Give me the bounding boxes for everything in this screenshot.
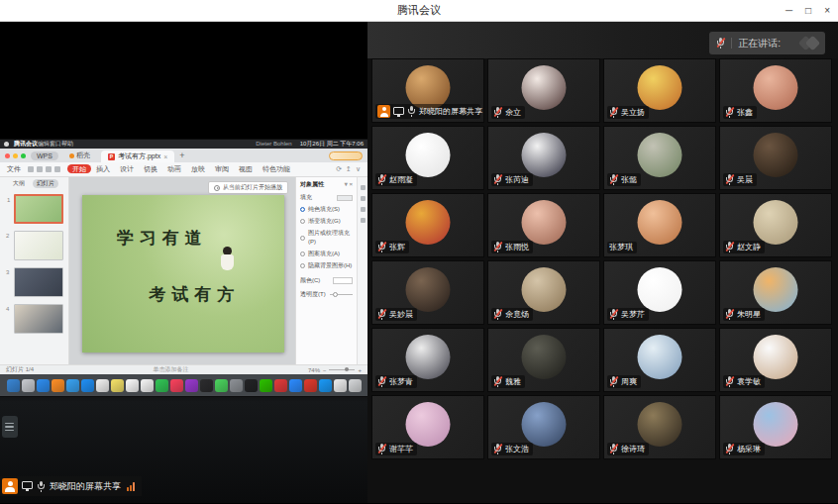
zoom-out-icon[interactable]: − <box>323 367 327 373</box>
dock-icon-app-store[interactable] <box>37 379 50 392</box>
slide-thumbnail-3[interactable]: 3 <box>14 267 63 297</box>
participant-tile[interactable]: 赵雨凝 <box>371 126 484 190</box>
dock-icon-finder[interactable] <box>7 379 20 392</box>
ribbon-tab-5[interactable]: 放映 <box>186 164 210 173</box>
fill-option-3[interactable]: 图案填充(A) <box>300 250 353 258</box>
participant-tile[interactable]: 赵文静 <box>719 193 832 257</box>
dock-icon-wps[interactable] <box>304 379 317 392</box>
dock-icon-qq[interactable] <box>274 379 287 392</box>
participant-tile[interactable]: 袁学敏 <box>719 328 832 392</box>
dock-icon-firefox[interactable] <box>52 379 64 392</box>
participant-tile[interactable]: 张梦琪 <box>603 193 716 257</box>
document-tab[interactable]: P 考试有方.pptx × <box>101 151 174 162</box>
participant-tile[interactable]: 吴梦芹 <box>603 260 716 325</box>
ribbon-tab-1[interactable]: 插入 <box>91 164 115 173</box>
dock-icon-settings[interactable] <box>230 379 243 392</box>
ribbon-tab-6[interactable]: 审阅 <box>210 164 234 173</box>
tab-close-icon[interactable]: × <box>163 153 167 160</box>
dock-icon-keynote[interactable] <box>319 379 332 392</box>
sync-icon[interactable]: ⟳ <box>336 165 342 173</box>
dock-icon-safari[interactable] <box>66 379 79 392</box>
minimize-button[interactable]: ─ <box>786 0 792 22</box>
strip-icon[interactable] <box>361 207 366 212</box>
mac-close-icon[interactable] <box>5 153 10 158</box>
participant-tile[interactable]: 郑晓阳的屏幕共享 <box>371 58 484 123</box>
wps-vip-pill[interactable] <box>329 151 363 160</box>
fill-option-1[interactable]: 渐变填充(G) <box>300 217 353 226</box>
dock-icon-notes[interactable] <box>111 379 124 392</box>
participant-tile[interactable]: 张懿 <box>603 126 716 190</box>
dock-icon-music[interactable] <box>170 379 183 392</box>
dock-icon-photos[interactable] <box>96 379 109 392</box>
slide-thumbnail-2[interactable]: 2 <box>14 231 63 260</box>
participant-tile[interactable]: 周爽 <box>603 328 716 392</box>
dock-icon-facetime[interactable] <box>156 379 168 392</box>
fill-option-2[interactable]: 图片或纹理填充(P) <box>300 229 353 247</box>
notes-hint[interactable]: 单击添加备注 <box>42 365 300 374</box>
mac-zoom-icon[interactable] <box>21 153 26 158</box>
participant-tile[interactable]: 朱明星 <box>719 260 832 325</box>
dock-icon-tv[interactable] <box>200 379 213 392</box>
dock-icon-calendar[interactable] <box>141 379 154 392</box>
mac-menu-item-2[interactable]: 窗口 <box>50 141 61 147</box>
strip-icon[interactable] <box>361 196 366 201</box>
dock-icon-docs[interactable] <box>334 379 347 392</box>
panel-options-icon[interactable]: ▾ × <box>345 180 353 189</box>
slide-thumbnail-4[interactable]: 4 <box>14 304 63 334</box>
participant-tile[interactable]: 余立 <box>487 58 600 123</box>
ribbon-tab-2[interactable]: 设计 <box>115 164 139 173</box>
participant-tile[interactable]: 徐诗琦 <box>603 395 716 459</box>
participant-tile[interactable]: 杨采琳 <box>719 395 832 459</box>
participant-tile[interactable]: 吴晨 <box>719 126 832 190</box>
color-dropdown[interactable] <box>333 277 353 284</box>
transparency-slider[interactable] <box>330 294 353 295</box>
speaking-banner[interactable]: 正在讲话: <box>709 32 825 54</box>
maximize-button[interactable]: □ <box>805 0 811 22</box>
file-menu[interactable]: 文件 <box>7 164 21 174</box>
mac-minimize-icon[interactable] <box>13 153 18 158</box>
ribbon-tab-3[interactable]: 切换 <box>139 164 162 173</box>
participant-tile[interactable]: 张鑫 <box>719 58 832 123</box>
new-tab-button[interactable]: + <box>179 151 184 160</box>
dock-icon-maps[interactable] <box>215 379 228 392</box>
participant-tile[interactable]: 余竟炀 <box>487 260 600 325</box>
participant-tile[interactable]: 张梦青 <box>371 328 484 392</box>
panel-tab-1[interactable]: 幻灯片 <box>33 179 58 188</box>
collapse-ribbon-icon[interactable]: ∨ <box>356 165 361 173</box>
participant-tile[interactable]: 魏雅 <box>487 328 600 392</box>
fill-option-0[interactable]: 纯色填充(S) <box>300 205 353 214</box>
strip-icon[interactable] <box>361 218 366 223</box>
current-slide[interactable]: 学习有道 考试有方 <box>82 195 284 353</box>
panel-tab-0[interactable]: 大纲 <box>9 179 29 188</box>
participant-tile[interactable]: 张辉 <box>371 193 484 257</box>
mac-menu-item-0[interactable]: 腾讯会议 <box>14 141 38 147</box>
wps-home-tab[interactable]: WPS <box>31 151 58 160</box>
dock-icon-trash[interactable] <box>349 379 362 392</box>
ribbon-tab-0[interactable]: 开始 <box>67 164 91 173</box>
participant-tile[interactable]: 张文浩 <box>487 395 600 459</box>
wps-docer-tab[interactable]: 稻壳 <box>63 150 96 161</box>
slide-thumbnail-1[interactable]: 1 <box>14 194 63 224</box>
participant-tile[interactable]: 谢芊芊 <box>371 395 484 459</box>
ribbon-tab-8[interactable]: 特色功能 <box>258 164 295 173</box>
zoom-in-icon[interactable]: + <box>358 367 362 373</box>
share-icon[interactable]: ↥ <box>346 165 352 173</box>
layout-toggle-handle[interactable] <box>2 416 18 438</box>
fill-swatch[interactable] <box>337 195 353 201</box>
play-from-current-button[interactable]: 从当前幻灯片开始播放 <box>208 181 288 194</box>
ribbon-tab-4[interactable]: 动画 <box>162 164 186 173</box>
mac-menu-item-1[interactable]: 编辑 <box>38 141 50 147</box>
strip-icon[interactable] <box>361 185 366 190</box>
zoom-slider[interactable] <box>329 369 355 370</box>
participant-tile[interactable]: 张雨悦 <box>487 193 600 257</box>
dock-icon-terminal[interactable] <box>245 379 258 392</box>
dock-icon-tencent-meeting[interactable] <box>289 379 302 392</box>
dock-icon-mail[interactable] <box>81 379 94 392</box>
dock-icon-reminders[interactable] <box>126 379 139 392</box>
mac-menu-item-3[interactable]: 帮助 <box>61 141 73 147</box>
dock-icon-launchpad[interactable] <box>22 379 35 392</box>
ribbon-tab-7[interactable]: 视图 <box>234 164 258 173</box>
dock-icon-wechat[interactable] <box>260 379 272 392</box>
participant-tile[interactable]: 吴妙晨 <box>371 260 484 325</box>
participant-tile[interactable]: 吴立扬 <box>603 58 716 123</box>
